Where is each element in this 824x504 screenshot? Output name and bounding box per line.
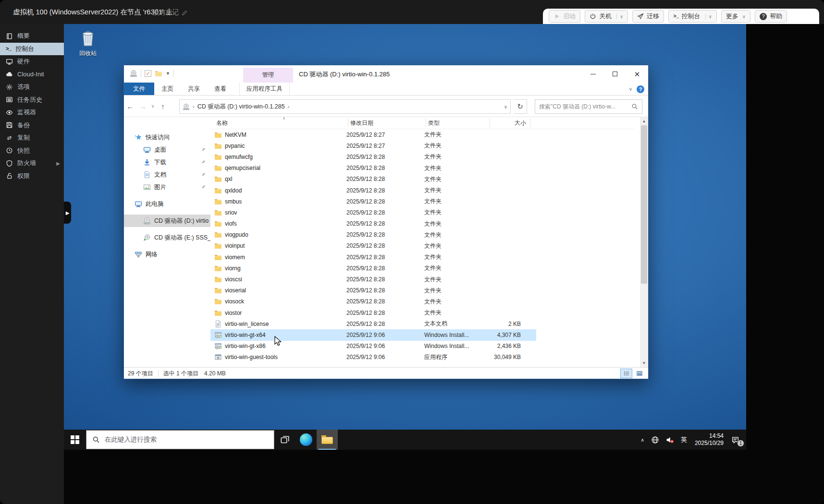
sidebar-item-hardware[interactable]: 硬件	[0, 55, 64, 68]
address-path[interactable]: CD 驱动器 (D:) virtio-win-0.1.285	[197, 103, 285, 111]
power-icon	[590, 13, 596, 20]
customize-toolbar-caret-icon[interactable]: ▼	[166, 71, 170, 76]
close-button[interactable]: ✕	[626, 65, 648, 83]
nav-item-desktop[interactable]: 桌面	[124, 144, 210, 156]
nav-item-this-pc[interactable]: 此电脑	[124, 198, 210, 210]
sidebar-item-cloud-init[interactable]: Cloud-Init	[0, 68, 64, 81]
nav-item-network[interactable]: 网络	[124, 248, 210, 261]
start-button[interactable]	[64, 430, 86, 450]
file-row-NetKVM[interactable]: NetKVM2025/9/12 8:27文件夹	[210, 129, 536, 140]
file-row-qxl[interactable]: qxl2025/9/12 8:28文件夹	[210, 174, 536, 185]
volume-button[interactable]	[663, 430, 677, 450]
file-row-viomem[interactable]: viomem2025/9/12 8:28文件夹	[210, 252, 536, 263]
taskbar-search-box[interactable]: 在此键入进行搜索	[86, 430, 274, 449]
network-status-button[interactable]	[648, 430, 663, 450]
column-header-date[interactable]: 修改日期	[348, 119, 426, 127]
vm-console-screen[interactable]: 回收站 ✓ ▼ 管理 CD 驱动器 (D:) virtio-win-0.1.28…	[64, 24, 746, 450]
file-row-viogpudo[interactable]: viogpudo2025/9/12 8:28文件夹	[210, 229, 536, 240]
expand-ribbon-chevron-icon[interactable]: ∨	[629, 86, 632, 92]
file-row-virtio-win_license[interactable]: virtio-win_license2025/9/12 8:28文本文档2 KB	[210, 318, 536, 329]
vm-tags[interactable]: 没有标记	[153, 8, 188, 17]
thumbnails-view-button[interactable]	[633, 369, 645, 378]
tab-app-tools[interactable]: 应用程序工具	[239, 83, 290, 95]
recycle-bin-desktop-icon[interactable]: 回收站	[71, 28, 105, 58]
more-button[interactable]: 更多∨	[721, 10, 750, 23]
file-row-viostor[interactable]: viostor2025/9/12 8:28文件夹	[210, 307, 536, 318]
help-button[interactable]: ?帮助	[755, 10, 787, 23]
tab-file[interactable]: 文件	[124, 83, 154, 95]
sidebar-item-label: Cloud-Init	[17, 71, 44, 78]
address-dropdown-caret-icon[interactable]: ∨	[504, 104, 507, 109]
sidebar-item-summary[interactable]: 概要	[0, 30, 64, 43]
sidebar-item-console[interactable]: >_控制台	[0, 43, 64, 56]
nav-item-cd-drive-e[interactable]: CD 驱动器 (E:) SSS_	[124, 231, 210, 244]
clock-button[interactable]: 14:54 2025/10/29	[690, 430, 728, 450]
details-view-button[interactable]	[620, 369, 632, 378]
file-row-virtio-win-gt-x64[interactable]: virtio-win-gt-x642025/9/12 9:06Windows I…	[210, 329, 536, 340]
file-row-virtio-win-guest-tools[interactable]: virtio-win-guest-tools2025/9/12 9:06应用程序…	[210, 352, 536, 363]
nav-item-quick-access[interactable]: 快速访问	[124, 131, 210, 144]
explorer-titlebar[interactable]: ✓ ▼ 管理 CD 驱动器 (D:) virtio-win-0.1.285 ✕	[124, 65, 648, 83]
address-box[interactable]: › CD 驱动器 (D:) virtio-win-0.1.285 › ∨	[179, 99, 511, 114]
shutdown-button[interactable]: 关机∨	[585, 10, 628, 23]
file-row-vioserial[interactable]: vioserial2025/9/12 8:28文件夹	[210, 285, 536, 296]
input-language-button[interactable]: 英	[677, 430, 690, 450]
file-row-qemupciserial[interactable]: qemupciserial2025/9/12 8:28文件夹	[210, 163, 536, 174]
explorer-help-icon[interactable]: ?	[637, 85, 644, 93]
sidebar-item-snapshot[interactable]: 快照	[0, 144, 64, 157]
shutdown-split-caret[interactable]: ∨	[616, 14, 623, 19]
file-row-pvpanic[interactable]: pvpanic2025/9/12 8:27文件夹	[210, 140, 536, 151]
file-row-sriov[interactable]: sriov2025/9/12 8:28文件夹	[210, 207, 536, 218]
scroll-down-icon[interactable]: ▼	[640, 359, 648, 367]
properties-check-icon[interactable]: ✓	[145, 70, 151, 77]
history-icon	[6, 147, 13, 154]
tab-share[interactable]: 共享	[181, 83, 207, 95]
file-row-viofs[interactable]: viofs2025/9/12 8:28文件夹	[210, 218, 536, 229]
recent-locations-caret-icon[interactable]: ∨	[149, 104, 157, 108]
column-header-size[interactable]: 大小	[490, 119, 530, 127]
task-view-button[interactable]	[274, 430, 295, 450]
migrate-button[interactable]: 迁移	[632, 10, 664, 23]
sidebar-item-monitor[interactable]: 监视器	[0, 106, 64, 119]
sidebar-item-task-history[interactable]: 任务历史	[0, 94, 64, 107]
sidebar-item-permissions[interactable]: 权限	[0, 170, 64, 183]
back-button[interactable]: ←	[124, 102, 136, 110]
console-button[interactable]: >_控制台∨	[668, 10, 717, 23]
file-row-qxldod[interactable]: qxldod2025/9/12 8:28文件夹	[210, 185, 536, 196]
file-row-qemufwcfg[interactable]: qemufwcfg2025/9/12 8:28文件夹	[210, 151, 536, 162]
file-row-viorng[interactable]: viorng2025/9/12 8:28文件夹	[210, 263, 536, 274]
scrollbar-thumb[interactable]	[641, 125, 647, 284]
tray-overflow-button[interactable]: ∧	[638, 430, 648, 450]
new-folder-icon[interactable]	[155, 70, 162, 77]
scroll-up-icon[interactable]: ▲	[640, 117, 648, 125]
file-row-viosock[interactable]: viosock2025/9/12 8:28文件夹	[210, 296, 536, 307]
up-button[interactable]: ↑	[157, 102, 169, 110]
start-button[interactable]: 启动	[549, 10, 580, 23]
file-row-smbus[interactable]: smbus2025/9/12 8:28文件夹	[210, 196, 536, 207]
nav-item-cd-drive-d[interactable]: CD 驱动器 (D:) virtio	[124, 215, 210, 227]
sidebar-item-replication[interactable]: 复制	[0, 132, 64, 144]
nav-item-downloads[interactable]: 下载	[124, 156, 210, 168]
notification-center-button[interactable]: 1	[728, 430, 746, 450]
file-row-vioscsi[interactable]: vioscsi2025/9/12 8:28文件夹	[210, 274, 536, 285]
refresh-button[interactable]: ↻	[514, 99, 527, 114]
edge-browser-button[interactable]	[295, 430, 317, 450]
column-header-name[interactable]: 名称	[214, 119, 348, 127]
explorer-search-box[interactable]: 搜索"CD 驱动器 (D:) virtio-w...	[535, 99, 642, 114]
column-header-type[interactable]: 类型	[426, 119, 490, 127]
file-row-vioinput[interactable]: vioinput2025/9/12 8:28文件夹	[210, 240, 536, 252]
tab-view[interactable]: 查看	[207, 83, 234, 95]
file-explorer-button[interactable]	[317, 430, 338, 450]
maximize-button[interactable]	[604, 65, 626, 83]
nav-item-documents[interactable]: 文档	[124, 168, 210, 181]
forward-button[interactable]: →	[136, 102, 149, 110]
nav-item-pictures[interactable]: 图片	[124, 181, 210, 193]
file-row-virtio-win-gt-x86[interactable]: virtio-win-gt-x862025/9/12 9:06Windows I…	[210, 341, 536, 352]
console-split-caret[interactable]: ∨	[705, 14, 712, 19]
sidebar-collapse-handle[interactable]: ▶	[64, 202, 71, 224]
minimize-button[interactable]	[582, 65, 604, 83]
sidebar-item-backup[interactable]: 备份	[0, 119, 64, 132]
sidebar-item-options[interactable]: 选项	[0, 81, 64, 94]
sidebar-item-firewall[interactable]: 防火墙▶	[0, 157, 64, 170]
tab-home[interactable]: 主页	[154, 83, 181, 95]
